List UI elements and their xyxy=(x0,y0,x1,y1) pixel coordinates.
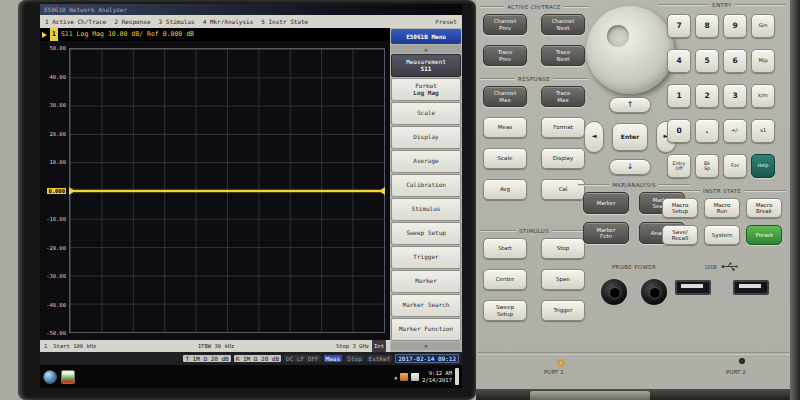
menu-preset[interactable]: Preset xyxy=(435,15,457,28)
tray-icon-1[interactable] xyxy=(400,373,408,381)
key-8[interactable]: 8 xyxy=(695,14,719,38)
menu-mkr-analysis[interactable]: 4 Mkr/Analysis xyxy=(203,15,254,28)
key-5[interactable]: 5 xyxy=(695,49,719,73)
softkey-scale[interactable]: Scale xyxy=(391,102,461,125)
key-7[interactable]: 7 xyxy=(667,14,691,38)
softkey-display[interactable]: Display xyxy=(391,126,461,149)
y-label: 40.00 xyxy=(49,74,66,80)
photo-right-edge xyxy=(790,0,800,400)
menu-bar: 1 Active Ch/Trace 2 Response 3 Stimulus … xyxy=(40,15,462,28)
macro-break-button[interactable]: Macro Break xyxy=(746,198,782,218)
macro-run-button[interactable]: Macro Run xyxy=(704,198,740,218)
ifbw-value: IFBW 30 kHz xyxy=(96,340,336,352)
arrow-left-button[interactable]: ◄ xyxy=(584,121,604,153)
display-button[interactable]: Display xyxy=(541,148,585,169)
channel-max-button[interactable]: Channel Max xyxy=(483,86,527,107)
trace-ref-marker-left xyxy=(69,187,75,195)
tray-expand-icon[interactable]: ▲ xyxy=(394,374,397,380)
meas-button[interactable]: Meas xyxy=(483,117,527,138)
section-label: MKR/ANALYSIS xyxy=(612,182,656,188)
center-button[interactable]: Center xyxy=(483,269,527,290)
trigger-source-badge: Int xyxy=(372,340,386,352)
softkey-trigger[interactable]: Trigger xyxy=(391,246,461,269)
preset-button[interactable]: Preset xyxy=(746,225,782,245)
scale-button[interactable]: Scale xyxy=(483,148,527,169)
sweep-setup-button[interactable]: Sweep Setup xyxy=(483,300,527,321)
softkey-calibration[interactable]: Calibration xyxy=(391,174,461,197)
analyzer-screen: E5061B Network Analyzer 1 Active Ch/Trac… xyxy=(40,4,462,388)
start-button[interactable]: Start xyxy=(483,238,527,259)
save-recall-button[interactable]: Save/ Recall xyxy=(662,225,698,245)
macro-setup-button[interactable]: Macro Setup xyxy=(662,198,698,218)
usb-label: USB xyxy=(705,264,717,270)
avg-button[interactable]: Avg xyxy=(483,179,527,200)
trace-number: 1 xyxy=(50,28,58,41)
marker-fctn-button[interactable]: Marker Fctn xyxy=(583,222,629,244)
system-button[interactable]: System xyxy=(704,225,740,245)
start-globe-icon[interactable] xyxy=(43,370,57,384)
arrow-down-button[interactable]: ↓ xyxy=(609,159,651,175)
help-button[interactable]: Help xyxy=(751,154,775,178)
key-mega-micro[interactable]: M/µ xyxy=(751,49,775,73)
key-2[interactable]: 2 xyxy=(695,84,719,108)
trace-max-button[interactable]: Trace Max xyxy=(541,86,585,107)
menu-response[interactable]: 2 Response xyxy=(114,15,150,28)
menu-instr-state[interactable]: 5 Instr State xyxy=(261,15,308,28)
taskbar-clock: 9:12 AM 2/14/2017 xyxy=(422,370,452,383)
softkey-measurement[interactable]: Measurement S11 xyxy=(391,54,461,77)
softkey-format[interactable]: Format Log Mag xyxy=(391,78,461,101)
start-frequency: Start 100 kHz xyxy=(53,340,96,352)
monitor-bezel: E5061B Network Analyzer 1 Active Ch/Trac… xyxy=(18,0,476,400)
menu-stimulus[interactable]: 3 Stimulus xyxy=(159,15,195,28)
enter-button[interactable]: Enter xyxy=(612,123,648,151)
port1-connector-top xyxy=(530,391,650,400)
y-label-reference: 0.000 xyxy=(47,188,66,194)
trace-status-line: 1 S11 Log Mag 10.00 dB/ Ref 0.000 dB xyxy=(40,28,390,41)
channel-next-button[interactable]: Channel Next xyxy=(541,14,585,35)
softkey-average[interactable]: Average xyxy=(391,150,461,173)
key-6[interactable]: 6 xyxy=(723,49,747,73)
plot-grid xyxy=(69,48,385,333)
y-label: 50.00 xyxy=(49,45,66,51)
softkey-scroll-up[interactable]: ▲ xyxy=(391,45,461,53)
y-label: 30.00 xyxy=(49,102,66,108)
key-4[interactable]: 4 xyxy=(667,49,691,73)
key-decimal[interactable]: . xyxy=(695,119,719,143)
key-0[interactable]: 0 xyxy=(667,119,691,143)
key-3[interactable]: 3 xyxy=(723,84,747,108)
key-plus-minus[interactable]: +/- xyxy=(723,119,747,143)
port1-led xyxy=(558,360,564,366)
softkey-stimulus[interactable]: Stimulus xyxy=(391,198,461,221)
entry-off-button[interactable]: Entry Off xyxy=(667,154,691,178)
focus-button[interactable]: Foc xyxy=(723,154,747,178)
marker-button[interactable]: Marker xyxy=(583,192,629,214)
softkey-marker[interactable]: Marker xyxy=(391,270,461,293)
menu-active-ch-trace[interactable]: 1 Active Ch/Trace xyxy=(45,15,106,28)
key-kilo-milli[interactable]: k/m xyxy=(751,84,775,108)
panel-seam xyxy=(478,352,792,355)
section-label: STIMULUS xyxy=(519,228,549,234)
key-x1[interactable]: x1 xyxy=(751,119,775,143)
tray-icon-2[interactable] xyxy=(411,373,419,381)
softkey-marker-function[interactable]: Marker Function xyxy=(391,318,461,341)
key-1[interactable]: 1 xyxy=(667,84,691,108)
analyzer-app-icon[interactable] xyxy=(61,370,75,384)
softkey-scroll-down[interactable]: ▼ xyxy=(391,342,461,350)
section-stimulus: STIMULUS Start Stop Center Span Sweep Se… xyxy=(480,226,588,321)
section-response: RESPONSE Channel Max Trace Max Meas Form… xyxy=(480,74,588,200)
trace-next-button[interactable]: Trace Next xyxy=(541,45,585,66)
s11-trace xyxy=(70,190,384,192)
softkey-sweep-setup[interactable]: Sweep Setup xyxy=(391,222,461,245)
trace-status-text: S11 Log Mag 10.00 dB/ Ref 0.000 dB xyxy=(61,28,194,41)
format-button[interactable]: Format xyxy=(541,117,585,138)
usb-port-1 xyxy=(675,280,711,295)
usb-port-2 xyxy=(733,280,769,295)
key-9[interactable]: 9 xyxy=(723,14,747,38)
window-titlebar: E5061B Network Analyzer xyxy=(40,4,462,15)
softkey-marker-search[interactable]: Marker Search xyxy=(391,294,461,317)
arrow-up-button[interactable]: ↑ xyxy=(609,97,651,113)
trace-prev-button[interactable]: Trace Prev xyxy=(483,45,527,66)
backspace-button[interactable]: Bk Sp xyxy=(695,154,719,178)
channel-prev-button[interactable]: Channel Prev xyxy=(483,14,527,35)
key-giga-nano[interactable]: G/n xyxy=(751,14,775,38)
